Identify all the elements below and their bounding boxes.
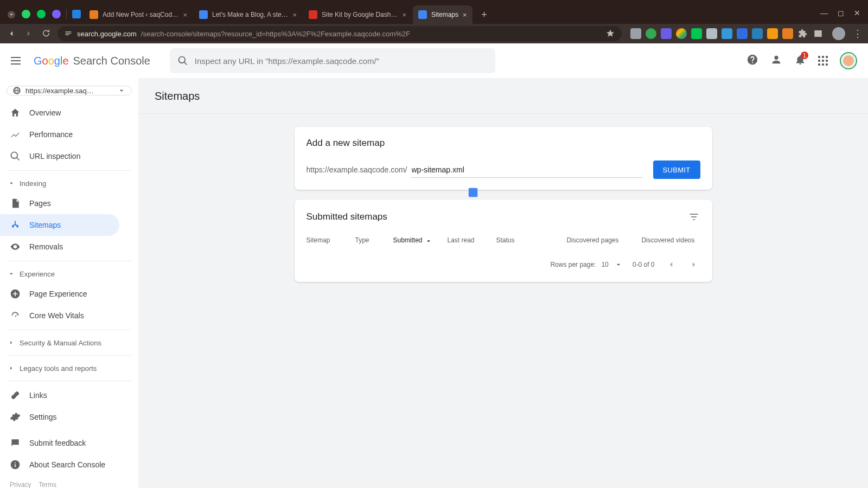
- sidebar-item-settings[interactable]: Settings: [0, 406, 138, 428]
- submit-button[interactable]: SUBMIT: [653, 160, 700, 179]
- col-disc-videos[interactable]: Discovered videos: [624, 236, 700, 244]
- site-settings-icon[interactable]: [64, 29, 73, 38]
- pinned-ext-icon[interactable]: [52, 10, 61, 18]
- extension-icon[interactable]: [782, 28, 793, 39]
- col-submitted[interactable]: Submitted: [393, 236, 448, 244]
- new-tab-button[interactable]: +: [477, 7, 492, 22]
- google-apps-button[interactable]: [818, 56, 828, 66]
- extension-icon[interactable]: [646, 28, 656, 39]
- terms-link[interactable]: Terms: [39, 481, 56, 488]
- users-icon[interactable]: [770, 54, 782, 68]
- sitemap-path-input[interactable]: [411, 162, 642, 178]
- pinned-ext-icon[interactable]: [37, 10, 46, 18]
- sitemap-url-prefix: https://example.saqcode.com/: [307, 165, 407, 174]
- page-range: 0-0 of 0: [633, 261, 655, 268]
- tab-close-icon[interactable]: ×: [463, 11, 467, 19]
- gsc-logo[interactable]: Google Search Console: [34, 55, 150, 67]
- sidebar-item-label: Overview: [29, 108, 61, 117]
- rows-per-page-label: Rows per page:: [550, 261, 596, 268]
- google-logo-text: Google: [34, 55, 69, 67]
- sidebar-item-core-web-vitals[interactable]: Core Web Vitals: [0, 305, 138, 326]
- filter-button[interactable]: [687, 210, 700, 223]
- sidebar-item-links[interactable]: Links: [0, 384, 138, 406]
- extensions-puzzle-icon[interactable]: [797, 28, 808, 39]
- page-viewport: Google Search Console 1: [0, 43, 868, 488]
- extension-icon[interactable]: [737, 28, 748, 39]
- col-status[interactable]: Status: [496, 236, 551, 244]
- tab-close-icon[interactable]: ×: [292, 11, 297, 19]
- url-inspect-input[interactable]: [195, 56, 488, 66]
- side-panel-icon[interactable]: [813, 28, 824, 39]
- nav-reload-button[interactable]: [40, 28, 52, 40]
- nav-forward-button[interactable]: [23, 28, 35, 40]
- tab-search-dropdown[interactable]: [8, 11, 15, 18]
- gsc-header: Google Search Console 1: [0, 43, 868, 78]
- tab-label: Add New Post ‹ saqCode — W…: [103, 11, 178, 18]
- sitemap-icon: [10, 220, 21, 230]
- sidebar-item-removals[interactable]: Removals: [0, 236, 138, 258]
- sidebar-item-label: Removals: [29, 242, 63, 251]
- url-inspect-search[interactable]: [170, 48, 495, 73]
- browser-tab-active[interactable]: Sitemaps ×: [413, 5, 473, 24]
- extension-icon[interactable]: [691, 28, 702, 39]
- sidebar-item-about[interactable]: About Search Console: [0, 454, 138, 476]
- chevron-down-icon[interactable]: [614, 260, 623, 269]
- col-last-read[interactable]: Last read: [448, 236, 496, 244]
- main-menu-button[interactable]: [11, 54, 24, 67]
- property-label: https://example.saq…: [25, 87, 113, 95]
- url-field[interactable]: search.google.com/search-console/sitemap…: [58, 26, 622, 41]
- extension-icon[interactable]: [661, 28, 672, 39]
- browser-tab[interactable]: Site Kit by Google Dashboard ‹… ×: [303, 5, 412, 24]
- col-disc-pages[interactable]: Discovered pages: [551, 236, 624, 244]
- sidebar-item-url-inspection[interactable]: URL inspection: [0, 145, 138, 167]
- chrome-profile-avatar[interactable]: [832, 27, 845, 40]
- extension-icon[interactable]: [706, 28, 717, 39]
- pinned-ext-icon[interactable]: [22, 10, 30, 18]
- address-bar: search.google.com/search-console/sitemap…: [0, 24, 868, 43]
- extension-icon[interactable]: [752, 28, 763, 39]
- card-title: Add a new sitemap: [307, 138, 700, 149]
- window-maximize-icon[interactable]: ◻: [838, 9, 844, 17]
- links-icon: [10, 390, 21, 401]
- sidebar-item-page-experience[interactable]: Page Experience: [0, 283, 138, 305]
- account-avatar[interactable]: [840, 52, 857, 69]
- pinned-ext-icon[interactable]: [72, 10, 81, 18]
- privacy-link[interactable]: Privacy: [10, 481, 31, 488]
- add-sitemap-card: Add a new sitemap https://example.saqcod…: [295, 127, 712, 190]
- sidebar-section-experience[interactable]: Experience: [0, 265, 138, 283]
- sidebar-item-feedback[interactable]: Submit feedback: [0, 432, 138, 454]
- chrome-menu-icon[interactable]: ⋮: [853, 28, 863, 40]
- notifications-button[interactable]: 1: [794, 54, 806, 68]
- translate-icon[interactable]: [468, 188, 478, 197]
- sidebar-item-label: About Search Console: [29, 460, 105, 469]
- prev-page-button[interactable]: [665, 258, 678, 271]
- browser-tab[interactable]: Let's Make a Blog, A step-by-st… ×: [194, 5, 302, 24]
- window-minimize-icon[interactable]: —: [820, 9, 828, 17]
- nav-back-button[interactable]: [5, 28, 17, 40]
- sidebar-section-legacy[interactable]: Legacy tools and reports: [0, 359, 138, 377]
- sidebar-item-pages[interactable]: Pages: [0, 192, 138, 214]
- submitted-sitemaps-card: Submitted sitemaps Sitemap Type Submitte…: [295, 200, 712, 282]
- window-close-icon[interactable]: ✕: [854, 9, 860, 17]
- sidebar-section-label: Security & Manual Actions: [20, 339, 101, 347]
- rows-per-page-value[interactable]: 10: [601, 261, 608, 268]
- tab-close-icon[interactable]: ×: [183, 11, 187, 19]
- tab-close-icon[interactable]: ×: [402, 11, 406, 19]
- extension-icon[interactable]: [767, 28, 778, 39]
- sidebar-item-performance[interactable]: Performance: [0, 124, 138, 145]
- sidebar-item-sitemaps[interactable]: Sitemaps: [0, 214, 119, 236]
- col-type[interactable]: Type: [355, 236, 393, 244]
- browser-window: Add New Post ‹ saqCode — W… × Let's Make…: [0, 0, 868, 488]
- help-icon[interactable]: [746, 54, 758, 68]
- sidebar-section-security[interactable]: Security & Manual Actions: [0, 333, 138, 352]
- extension-icon[interactable]: [676, 28, 687, 39]
- next-page-button[interactable]: [687, 258, 700, 271]
- extension-icon[interactable]: [630, 28, 641, 39]
- property-selector[interactable]: https://example.saq…: [7, 86, 132, 95]
- extension-icon[interactable]: [722, 28, 732, 39]
- sidebar-item-overview[interactable]: Overview: [0, 102, 138, 124]
- col-sitemap[interactable]: Sitemap: [307, 236, 355, 244]
- bookmark-star-icon[interactable]: [605, 29, 615, 38]
- browser-tab[interactable]: Add New Post ‹ saqCode — W… ×: [84, 5, 193, 24]
- sidebar-section-indexing[interactable]: Indexing: [0, 174, 138, 192]
